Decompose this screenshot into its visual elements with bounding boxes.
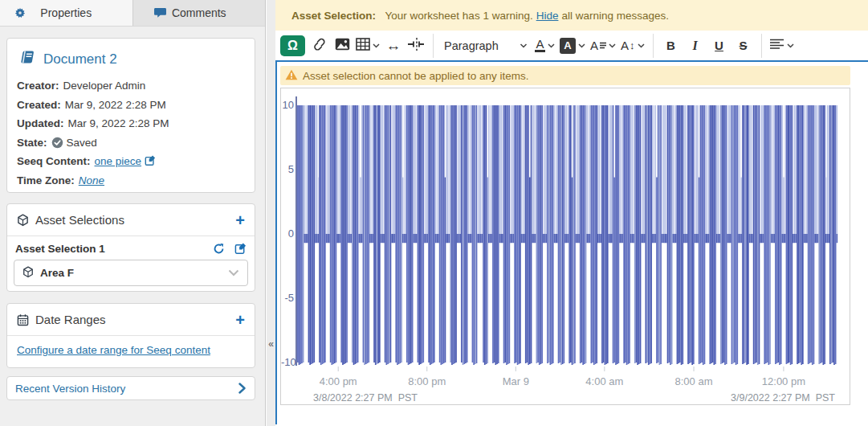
x-tick-label: 4:00 pm (302, 375, 374, 387)
chevron-down-icon (520, 43, 528, 48)
gear-icon (14, 7, 26, 18)
updown-arrow-icon: ↕ (630, 39, 635, 51)
x-tick-label: Mar 9 (479, 375, 552, 387)
warning-triangle-icon (285, 69, 298, 83)
asset-selections-header: Asset Selections + (7, 204, 255, 236)
journal-icon (18, 50, 35, 68)
hide-warnings-link[interactable]: Hide (536, 10, 559, 22)
font-family-button[interactable]: A (588, 35, 618, 57)
y-tick-label: 10 (281, 99, 294, 111)
editor-toolbar: Ω ↔ Paragraph A (275, 31, 868, 62)
insert-seeq-content-button[interactable]: Ω (280, 35, 305, 56)
document-title: Document 2 (43, 51, 117, 68)
asset-selection-name: Asset Selection 1 (15, 243, 105, 255)
chevron-down-icon (548, 43, 555, 48)
edit-icon[interactable] (145, 155, 156, 166)
table-button[interactable] (353, 35, 382, 57)
page-break-icon (407, 37, 425, 55)
calendar-icon (17, 313, 29, 326)
date-ranges-header: Date Ranges + (7, 304, 255, 335)
chevron-down-icon (609, 43, 616, 48)
chevron-down-icon (638, 43, 645, 48)
banner-suffix: all warning messages. (561, 10, 669, 22)
y-tick-label: 5 (281, 163, 294, 175)
add-asset-selection-button[interactable]: + (235, 212, 245, 228)
document-body[interactable]: Asset selection cannot be applied to any… (275, 62, 868, 424)
font-size-button[interactable]: A ↕ (618, 35, 647, 57)
refresh-icon[interactable] (213, 243, 225, 255)
worksheet-warning-banner: Asset Selection: Your worksheet has 1 wa… (275, 0, 868, 31)
align-lines-icon (770, 39, 784, 53)
y-tick-label: -10 (281, 356, 294, 368)
properties-sidebar: Properties Comments Document 2 Cre (0, 0, 266, 426)
asset-selection-value: Area F (40, 267, 74, 279)
alignment-button[interactable] (768, 35, 797, 57)
font-family-lines-icon (600, 39, 606, 53)
x-tick-label: 4:00 am (568, 375, 641, 387)
font-color-button[interactable]: A (532, 35, 557, 57)
table-icon (356, 38, 370, 54)
document-info-card: Document 2 Creator:Developer Admin Creat… (6, 38, 255, 193)
x-tick-label: 12:00 pm (748, 375, 820, 387)
paragraph-style-value: Paragraph (444, 39, 499, 52)
topic-editor-pane: Asset Selection: Your worksheet has 1 wa… (275, 0, 868, 426)
asset-selections-title: Asset Selections (35, 213, 124, 227)
date-ranges-title: Date Ranges (35, 313, 106, 326)
page-break-button[interactable] (405, 35, 427, 57)
paragraph-style-dropdown[interactable]: Paragraph (439, 35, 532, 57)
edit-selection-icon[interactable] (234, 243, 247, 255)
y-tick-label: 0 (281, 227, 294, 240)
tab-properties[interactable]: Properties (0, 0, 132, 26)
asset-selection-warning: Asset selection cannot be applied to any… (280, 66, 850, 85)
timezone-link[interactable]: None (79, 174, 104, 186)
meta-updated: Updated:Mar 9, 2022 2:28 PM (17, 114, 245, 133)
cube-icon (17, 214, 29, 227)
chevron-right-icon (238, 383, 247, 394)
horizontal-arrow-icon: ↔ (386, 37, 401, 55)
chevron-down-icon (787, 43, 794, 48)
bold-button[interactable]: B (659, 35, 683, 57)
banner-text: Your worksheet has 1 warning. (382, 10, 533, 22)
asset-selections-card: Asset Selections + Asset Selection 1 Are… (6, 203, 255, 292)
underline-button[interactable]: U (707, 35, 731, 57)
tab-comments[interactable]: Comments (132, 0, 266, 26)
sidebar-tabbar: Properties Comments (0, 0, 265, 27)
comment-bubble-icon (154, 7, 166, 18)
chevron-down-icon (578, 43, 585, 48)
meta-seeq-content: Seeq Content:one piece (17, 152, 245, 171)
collapse-sidebar-button[interactable]: « (267, 338, 275, 352)
asset-selection-row: Asset Selection 1 (7, 236, 255, 255)
strikethrough-button[interactable]: S (731, 35, 756, 57)
link-icon (312, 36, 328, 55)
sidebar-collapse-strip: « (267, 0, 275, 426)
configure-date-range-link[interactable]: Configure a date range for Seeq content (17, 344, 210, 356)
x-tick-label: 8:00 pm (391, 375, 463, 387)
document-title-row: Document 2 (18, 50, 245, 68)
asset-selection-dropdown[interactable]: Area F (14, 260, 248, 286)
tab-comments-label: Comments (172, 6, 226, 19)
chart-inner: 4:00 pm8:00 pmMar 94:00 am8:00 am12:00 p… (281, 88, 850, 404)
horizontal-line-button[interactable]: ↔ (382, 35, 405, 57)
meta-state: State:Saved (17, 133, 245, 153)
seeq-organizer-app: Properties Comments Document 2 Cre (0, 0, 868, 426)
font-color-icon: A (535, 39, 545, 52)
add-date-range-button[interactable]: + (235, 312, 245, 328)
italic-button[interactable]: I (683, 35, 707, 57)
chart-start-timestamp: 3/8/2022 2:27 PM PST (313, 392, 418, 403)
link-button[interactable] (308, 35, 331, 57)
font-size-icon: A (621, 39, 629, 52)
version-history-card[interactable]: Recent Version History (6, 376, 255, 400)
version-history-label: Recent Version History (15, 383, 125, 395)
background-color-button[interactable]: A (557, 35, 588, 57)
seeq-content-link[interactable]: one piece (95, 155, 142, 167)
meta-creator: Creator:Developer Admin (17, 76, 245, 96)
image-icon (335, 38, 350, 54)
chevron-down-icon (228, 269, 239, 276)
chart-plot-svg (281, 88, 850, 375)
font-family-icon: A (590, 39, 598, 52)
sidebar-body: Document 2 Creator:Developer Admin Creat… (0, 27, 265, 425)
meta-timezone: Time Zone:None (17, 171, 245, 190)
image-button[interactable] (331, 35, 353, 57)
seeq-content-chart[interactable]: 4:00 pm8:00 pmMar 94:00 am8:00 am12:00 p… (280, 88, 850, 405)
background-color-icon: A (560, 38, 576, 54)
